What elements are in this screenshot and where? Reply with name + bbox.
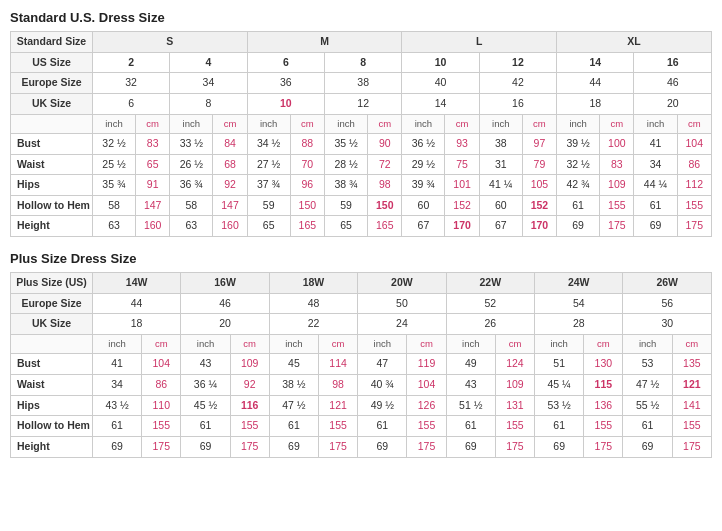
plus-uk-28: 28 (535, 314, 623, 335)
plus-20w: 20W (358, 273, 446, 294)
cell-cm-7: 112 (677, 175, 711, 196)
plus-size-label: Plus Size (US) (11, 273, 93, 294)
plus-table: Plus Size (US) 14W 16W 18W 20W 22W 24W 2… (10, 272, 712, 457)
cell-inch-7: 41 (634, 133, 677, 154)
plus-cell-cm-5: 136 (584, 395, 623, 416)
cell-inch-6: 39 ½ (557, 133, 600, 154)
plus-cell-inch-4: 51 ½ (446, 395, 495, 416)
plus-cell-cm-4: 109 (495, 375, 534, 396)
cell-cm-3: 98 (368, 175, 402, 196)
unit-inch-2: inch (170, 114, 213, 133)
plus-24w: 24W (535, 273, 623, 294)
plus-cell-inch-0: 41 (92, 354, 141, 375)
cell-cm-5: 97 (522, 133, 556, 154)
plus-cell-inch-1: 69 (181, 436, 230, 457)
plus-cell-cm-1: 109 (230, 354, 269, 375)
plus-row-label-waist: Waist (11, 375, 93, 396)
cell-cm-7: 175 (677, 216, 711, 237)
cell-inch-2: 59 (247, 195, 290, 216)
cell-inch-0: 32 ½ (92, 133, 135, 154)
plus-uk-30: 30 (623, 314, 712, 335)
cell-cm-0: 83 (136, 133, 170, 154)
cell-inch-5: 67 (479, 216, 522, 237)
cell-inch-0: 58 (92, 195, 135, 216)
plus-cell-cm-1: 155 (230, 416, 269, 437)
plus-unit-inch-6: inch (535, 335, 584, 354)
plus-eu-54: 54 (535, 293, 623, 314)
plus-unit-cm-2: cm (230, 335, 269, 354)
cell-cm-5: 170 (522, 216, 556, 237)
plus-unit-inch-4: inch (358, 335, 407, 354)
plus-cell-cm-0: 86 (142, 375, 181, 396)
cell-inch-1: 63 (170, 216, 213, 237)
cell-cm-4: 75 (445, 154, 479, 175)
plus-unit-inch-3: inch (269, 335, 318, 354)
table-row: Hollow to Hem611556115561155611556115561… (11, 416, 712, 437)
plus-title: Plus Size Dress Size (10, 251, 712, 266)
unit-inch-8: inch (634, 114, 677, 133)
cell-cm-2: 70 (290, 154, 324, 175)
cell-inch-4: 36 ½ (402, 133, 445, 154)
plus-cell-cm-3: 119 (407, 354, 446, 375)
cell-cm-5: 79 (522, 154, 556, 175)
plus-cell-cm-3: 155 (407, 416, 446, 437)
unit-cm-2: cm (213, 114, 247, 133)
cell-cm-1: 147 (213, 195, 247, 216)
uk-16: 16 (479, 93, 556, 114)
uk-18: 18 (557, 93, 634, 114)
cell-cm-1: 160 (213, 216, 247, 237)
plus-cell-cm-5: 155 (584, 416, 623, 437)
plus-cell-inch-4: 61 (446, 416, 495, 437)
row-label-waist: Waist (11, 154, 93, 175)
plus-cell-cm-4: 175 (495, 436, 534, 457)
plus-eu-46: 46 (181, 293, 269, 314)
cell-inch-0: 35 ¾ (92, 175, 135, 196)
size-s: S (92, 32, 247, 53)
plus-cell-cm-1: 92 (230, 375, 269, 396)
cell-cm-4: 93 (445, 133, 479, 154)
plus-cell-cm-2: 175 (319, 436, 358, 457)
uk-8: 8 (170, 93, 247, 114)
cell-inch-7: 44 ¼ (634, 175, 677, 196)
uk-20: 20 (634, 93, 712, 114)
plus-row-label-hips: Hips (11, 395, 93, 416)
plus-cell-inch-0: 69 (92, 436, 141, 457)
plus-uk-24: 24 (358, 314, 446, 335)
plus-eu-56: 56 (623, 293, 712, 314)
plus-cell-cm-1: 175 (230, 436, 269, 457)
cell-cm-2: 96 (290, 175, 324, 196)
cell-inch-2: 34 ½ (247, 133, 290, 154)
plus-eu-50: 50 (358, 293, 446, 314)
plus-cell-inch-0: 61 (92, 416, 141, 437)
plus-cell-inch-4: 49 (446, 354, 495, 375)
plus-14w: 14W (92, 273, 180, 294)
cell-cm-7: 104 (677, 133, 711, 154)
plus-cell-cm-0: 155 (142, 416, 181, 437)
cell-inch-3: 38 ¾ (325, 175, 368, 196)
plus-16w: 16W (181, 273, 269, 294)
plus-cell-inch-4: 69 (446, 436, 495, 457)
row-label-hips: Hips (11, 175, 93, 196)
plus-cell-inch-2: 61 (269, 416, 318, 437)
eu-40: 40 (402, 73, 479, 94)
cell-inch-4: 29 ½ (402, 154, 445, 175)
cell-inch-0: 25 ½ (92, 154, 135, 175)
cell-cm-6: 100 (600, 133, 634, 154)
plus-uk-label: UK Size (11, 314, 93, 335)
plus-cell-cm-4: 124 (495, 354, 534, 375)
plus-cell-inch-3: 69 (358, 436, 407, 457)
cell-cm-2: 150 (290, 195, 324, 216)
cell-inch-3: 65 (325, 216, 368, 237)
us-12: 12 (479, 52, 556, 73)
plus-cell-cm-2: 98 (319, 375, 358, 396)
cell-inch-4: 60 (402, 195, 445, 216)
row-label-bust: Bust (11, 133, 93, 154)
cell-inch-1: 26 ½ (170, 154, 213, 175)
europe-size-label: Europe Size (11, 73, 93, 94)
plus-cell-inch-2: 45 (269, 354, 318, 375)
plus-cell-cm-6: 155 (672, 416, 711, 437)
cell-inch-5: 31 (479, 154, 522, 175)
plus-cell-inch-4: 43 (446, 375, 495, 396)
plus-cell-cm-3: 175 (407, 436, 446, 457)
cell-cm-0: 160 (136, 216, 170, 237)
